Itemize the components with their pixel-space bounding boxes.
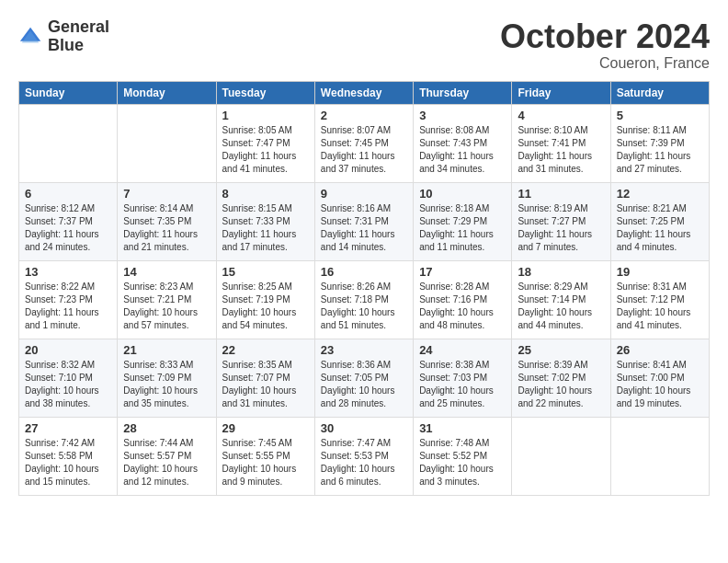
calendar-week-row: 27Sunrise: 7:42 AM Sunset: 5:58 PM Dayli… — [19, 417, 710, 495]
day-info: Sunrise: 8:36 AM Sunset: 7:05 PM Dayligh… — [321, 359, 407, 410]
day-info: Sunrise: 8:08 AM Sunset: 7:43 PM Dayligh… — [419, 124, 506, 176]
calendar-cell: 1Sunrise: 8:05 AM Sunset: 7:47 PM Daylig… — [216, 104, 314, 182]
day-number: 16 — [321, 265, 407, 279]
day-info: Sunrise: 8:23 AM Sunset: 7:21 PM Dayligh… — [123, 281, 210, 332]
weekday-header-row: SundayMondayTuesdayWednesdayThursdayFrid… — [19, 81, 710, 104]
day-number: 25 — [518, 343, 604, 357]
day-number: 2 — [321, 109, 407, 122]
day-info: Sunrise: 8:19 AM Sunset: 7:27 PM Dayligh… — [518, 202, 604, 254]
day-info: Sunrise: 7:44 AM Sunset: 5:57 PM Dayligh… — [123, 437, 210, 488]
day-number: 12 — [617, 187, 703, 201]
day-info: Sunrise: 8:41 AM Sunset: 7:00 PM Dayligh… — [617, 359, 703, 410]
day-info: Sunrise: 8:12 AM Sunset: 7:37 PM Dayligh… — [25, 202, 111, 254]
day-info: Sunrise: 8:16 AM Sunset: 7:31 PM Dayligh… — [321, 202, 407, 254]
day-number: 24 — [419, 343, 506, 357]
calendar-week-row: 20Sunrise: 8:32 AM Sunset: 7:10 PM Dayli… — [19, 339, 710, 417]
weekday-header-cell: Sunday — [19, 81, 118, 104]
calendar-cell: 24Sunrise: 8:38 AM Sunset: 7:03 PM Dayli… — [414, 339, 512, 417]
calendar-cell: 5Sunrise: 8:11 AM Sunset: 7:39 PM Daylig… — [610, 104, 709, 182]
calendar-cell: 19Sunrise: 8:31 AM Sunset: 7:12 PM Dayli… — [610, 260, 709, 339]
weekday-header-cell: Monday — [118, 81, 216, 104]
day-number: 9 — [321, 187, 407, 201]
day-info: Sunrise: 8:38 AM Sunset: 7:03 PM Dayligh… — [419, 359, 506, 410]
day-number: 8 — [222, 187, 309, 201]
day-number: 29 — [222, 421, 309, 435]
day-number: 13 — [25, 265, 111, 279]
calendar-cell: 26Sunrise: 8:41 AM Sunset: 7:00 PM Dayli… — [610, 339, 709, 417]
calendar-cell: 22Sunrise: 8:35 AM Sunset: 7:07 PM Dayli… — [216, 339, 314, 417]
title-block: October 2024 Coueron, France — [500, 18, 710, 72]
calendar-cell: 28Sunrise: 7:44 AM Sunset: 5:57 PM Dayli… — [118, 417, 216, 495]
weekday-header-cell: Tuesday — [216, 81, 314, 104]
calendar-week-row: 6Sunrise: 8:12 AM Sunset: 7:37 PM Daylig… — [19, 182, 710, 260]
calendar-cell: 10Sunrise: 8:18 AM Sunset: 7:29 PM Dayli… — [414, 182, 512, 260]
logo-text: General Blue — [48, 18, 109, 55]
day-number: 27 — [25, 421, 111, 435]
day-info: Sunrise: 8:25 AM Sunset: 7:19 PM Dayligh… — [222, 281, 309, 332]
calendar-cell: 2Sunrise: 8:07 AM Sunset: 7:45 PM Daylig… — [314, 104, 413, 182]
logo: General Blue — [18, 18, 109, 55]
day-info: Sunrise: 7:45 AM Sunset: 5:55 PM Dayligh… — [222, 437, 309, 488]
calendar-cell: 18Sunrise: 8:29 AM Sunset: 7:14 PM Dayli… — [512, 260, 610, 339]
day-number: 6 — [25, 187, 111, 201]
page-header: General Blue October 2024 Coueron, Franc… — [18, 18, 710, 72]
calendar-cell: 11Sunrise: 8:19 AM Sunset: 7:27 PM Dayli… — [512, 182, 610, 260]
day-number: 31 — [419, 421, 506, 435]
day-info: Sunrise: 8:07 AM Sunset: 7:45 PM Dayligh… — [321, 124, 407, 176]
calendar-week-row: 13Sunrise: 8:22 AM Sunset: 7:23 PM Dayli… — [19, 260, 710, 339]
calendar-cell: 20Sunrise: 8:32 AM Sunset: 7:10 PM Dayli… — [19, 339, 118, 417]
weekday-header-cell: Saturday — [610, 81, 709, 104]
calendar-cell — [118, 104, 216, 182]
calendar-cell: 31Sunrise: 7:48 AM Sunset: 5:52 PM Dayli… — [414, 417, 512, 495]
day-info: Sunrise: 8:28 AM Sunset: 7:16 PM Dayligh… — [419, 281, 506, 332]
calendar-cell: 6Sunrise: 8:12 AM Sunset: 7:37 PM Daylig… — [19, 182, 118, 260]
day-number: 4 — [518, 109, 604, 122]
calendar-cell: 14Sunrise: 8:23 AM Sunset: 7:21 PM Dayli… — [118, 260, 216, 339]
day-number: 11 — [518, 187, 604, 201]
day-info: Sunrise: 8:33 AM Sunset: 7:09 PM Dayligh… — [123, 359, 210, 410]
day-info: Sunrise: 8:18 AM Sunset: 7:29 PM Dayligh… — [419, 202, 506, 254]
day-number: 22 — [222, 343, 309, 357]
day-info: Sunrise: 8:29 AM Sunset: 7:14 PM Dayligh… — [518, 281, 604, 332]
calendar-cell: 16Sunrise: 8:26 AM Sunset: 7:18 PM Dayli… — [314, 260, 413, 339]
calendar-week-row: 1Sunrise: 8:05 AM Sunset: 7:47 PM Daylig… — [19, 104, 710, 182]
day-info: Sunrise: 8:15 AM Sunset: 7:33 PM Dayligh… — [222, 202, 309, 254]
calendar-cell: 27Sunrise: 7:42 AM Sunset: 5:58 PM Dayli… — [19, 417, 118, 495]
day-number: 7 — [123, 187, 210, 201]
calendar-table: SundayMondayTuesdayWednesdayThursdayFrid… — [18, 81, 710, 496]
day-number: 23 — [321, 343, 407, 357]
day-info: Sunrise: 8:32 AM Sunset: 7:10 PM Dayligh… — [25, 359, 111, 410]
day-info: Sunrise: 8:35 AM Sunset: 7:07 PM Dayligh… — [222, 359, 309, 410]
day-number: 30 — [321, 421, 407, 435]
calendar-cell: 30Sunrise: 7:47 AM Sunset: 5:53 PM Dayli… — [314, 417, 413, 495]
calendar-cell — [512, 417, 610, 495]
calendar-cell: 23Sunrise: 8:36 AM Sunset: 7:05 PM Dayli… — [314, 339, 413, 417]
day-info: Sunrise: 8:39 AM Sunset: 7:02 PM Dayligh… — [518, 359, 604, 410]
day-number: 18 — [518, 265, 604, 279]
day-number: 19 — [617, 265, 703, 279]
day-info: Sunrise: 8:21 AM Sunset: 7:25 PM Dayligh… — [617, 202, 703, 254]
calendar-cell: 21Sunrise: 8:33 AM Sunset: 7:09 PM Dayli… — [118, 339, 216, 417]
calendar-cell: 13Sunrise: 8:22 AM Sunset: 7:23 PM Dayli… — [19, 260, 118, 339]
day-number: 14 — [123, 265, 210, 279]
calendar-cell — [19, 104, 118, 182]
calendar-cell: 7Sunrise: 8:14 AM Sunset: 7:35 PM Daylig… — [118, 182, 216, 260]
day-number: 17 — [419, 265, 506, 279]
day-info: Sunrise: 8:14 AM Sunset: 7:35 PM Dayligh… — [123, 202, 210, 254]
day-info: Sunrise: 7:42 AM Sunset: 5:58 PM Dayligh… — [25, 437, 111, 488]
calendar-cell: 15Sunrise: 8:25 AM Sunset: 7:19 PM Dayli… — [216, 260, 314, 339]
logo-icon — [18, 24, 44, 50]
calendar-cell: 4Sunrise: 8:10 AM Sunset: 7:41 PM Daylig… — [512, 104, 610, 182]
day-info: Sunrise: 8:26 AM Sunset: 7:18 PM Dayligh… — [321, 281, 407, 332]
calendar-cell: 29Sunrise: 7:45 AM Sunset: 5:55 PM Dayli… — [216, 417, 314, 495]
day-info: Sunrise: 8:05 AM Sunset: 7:47 PM Dayligh… — [222, 124, 309, 176]
day-info: Sunrise: 7:48 AM Sunset: 5:52 PM Dayligh… — [419, 437, 506, 488]
calendar-cell: 8Sunrise: 8:15 AM Sunset: 7:33 PM Daylig… — [216, 182, 314, 260]
day-number: 28 — [123, 421, 210, 435]
day-info: Sunrise: 8:31 AM Sunset: 7:12 PM Dayligh… — [617, 281, 703, 332]
weekday-header-cell: Thursday — [414, 81, 512, 104]
calendar-cell: 3Sunrise: 8:08 AM Sunset: 7:43 PM Daylig… — [414, 104, 512, 182]
location: Coueron, France — [500, 55, 710, 72]
day-info: Sunrise: 7:47 AM Sunset: 5:53 PM Dayligh… — [321, 437, 407, 488]
day-number: 26 — [617, 343, 703, 357]
